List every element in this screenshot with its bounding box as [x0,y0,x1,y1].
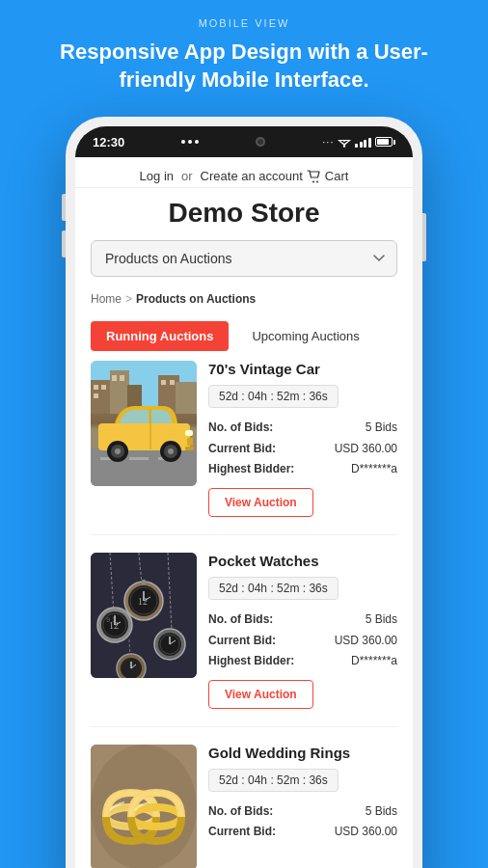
bidder-value-vintage-car: D*******a [351,459,397,480]
battery-icon [375,137,395,147]
bidder-label-pocket-watches: Highest Bidder: [208,651,294,672]
view-auction-button-pocket-watches[interactable]: View Auction [208,680,313,709]
bids-value-pocket-watches: 5 Bids [366,610,397,631]
notch-area [181,140,199,144]
bids-label-vintage-car: No. of Bids: [208,418,273,439]
or-text: or [181,169,193,183]
product-name-gold-rings: Gold Wedding Rings [208,745,397,761]
view-auction-button-vintage-car[interactable]: View Auction [208,488,313,517]
tabs-row: Running Auctions Upcoming Auctions [75,313,413,361]
product-image-pocket-watches: 12 3 9 12 [91,553,197,678]
svg-point-3 [343,145,345,147]
status-icons: ··· [322,136,395,148]
product-card-pocket-watches: 12 3 9 12 [91,553,397,727]
gold-rings-svg [91,745,197,868]
bids-value-gold-rings: 5 Bids [366,801,397,823]
product-card-gold-rings: Gold Wedding Rings 52d : 04h : 52m : 36s… [91,745,397,868]
vintage-car-svg [91,361,197,486]
bid-row-gold-rings: Current Bid: USD 360.00 [208,822,397,843]
product-card-vintage-car: 70's Vintage Car 52d : 04h : 52m : 36s N… [91,361,397,535]
bids-row-vintage-car: No. of Bids: 5 Bids [208,418,397,439]
timer-badge-vintage-car: 52d : 04h : 52m : 36s [208,385,339,408]
category-dropdown[interactable]: Products on Auctions [91,240,397,277]
svg-rect-16 [120,375,124,381]
app-content: Log in or Create an account Cart Demo St… [75,157,413,868]
bidder-row-pocket-watches: Highest Bidder: D*******a [208,651,397,672]
cart-wrapper[interactable]: Cart [307,169,349,183]
svg-rect-13 [101,385,106,390]
bid-value-vintage-car: USD 360.00 [335,439,397,460]
svg-point-31 [168,448,174,454]
bid-label-vintage-car: Current Bid: [208,439,276,460]
bidder-label-vintage-car: Highest Bidder: [208,459,294,480]
ellipsis-icon: ··· [322,136,334,148]
mobile-view-label: MOBILE VIEW [199,17,290,29]
volume-up-button[interactable] [62,194,66,221]
phone-frame: 12:30 ··· [66,117,422,868]
cart-icon [307,170,322,183]
product-info-gold-rings: Gold Wedding Rings 52d : 04h : 52m : 36s… [208,745,397,868]
create-account-link[interactable]: Create an account [201,169,303,183]
camera-dot [256,137,265,147]
wifi-icon [338,136,351,148]
phone-inner: 12:30 ··· [75,126,413,868]
tab-running-auctions[interactable]: Running Auctions [91,321,229,351]
product-name-pocket-watches: Pocket Watches [208,553,397,569]
store-title: Demo Store [75,188,413,240]
bids-row-gold-rings: No. of Bids: 5 Bids [208,801,397,823]
product-details-pocket-watches: No. of Bids: 5 Bids Current Bid: USD 360… [208,610,397,672]
volume-down-button[interactable] [62,231,66,258]
signal-icon [355,136,371,148]
svg-rect-18 [170,380,175,385]
svg-rect-22 [129,457,149,460]
svg-point-4 [312,180,314,182]
product-details-gold-rings: No. of Bids: 5 Bids Current Bid: USD 360… [208,801,397,843]
headline: Responsive App Design with a User-friend… [0,39,488,94]
tab-upcoming-auctions[interactable]: Upcoming Auctions [236,321,374,351]
breadcrumb-current: Products on Auctions [136,292,256,306]
bidder-row-vintage-car: Highest Bidder: D*******a [208,459,397,480]
breadcrumb: Home > Products on Auctions [75,286,413,313]
bid-row-pocket-watches: Current Bid: USD 360.00 [208,631,397,652]
svg-rect-34 [185,447,194,450]
svg-text:12: 12 [138,596,148,607]
bid-value-gold-rings: USD 360.00 [335,822,397,843]
power-button[interactable] [422,213,426,261]
cart-label: Cart [325,169,349,183]
bids-label-gold-rings: No. of Bids: [208,801,273,823]
breadcrumb-home[interactable]: Home [91,292,122,306]
product-info-vintage-car: 70's Vintage Car 52d : 04h : 52m : 36s N… [208,361,397,517]
product-image-gold-rings [91,745,197,868]
pocket-watches-svg: 12 3 9 12 [91,553,197,678]
svg-rect-12 [94,385,98,390]
svg-rect-14 [94,393,98,398]
bid-label-gold-rings: Current Bid: [208,822,276,843]
svg-text:9: 9 [106,615,111,624]
status-bar: 12:30 ··· [75,126,413,157]
product-image-vintage-car [91,361,197,486]
svg-point-5 [316,180,318,182]
bids-row-pocket-watches: No. of Bids: 5 Bids [208,610,397,631]
svg-rect-17 [161,380,166,385]
products-list: 70's Vintage Car 52d : 04h : 52m : 36s N… [75,361,413,868]
bidder-value-pocket-watches: D*******a [351,651,397,672]
svg-rect-32 [185,430,193,436]
breadcrumb-separator: > [125,292,132,306]
bid-label-pocket-watches: Current Bid: [208,631,276,652]
timer-badge-gold-rings: 52d : 04h : 52m : 36s [208,769,339,792]
bids-value-vintage-car: 5 Bids [366,418,397,439]
product-details-vintage-car: No. of Bids: 5 Bids Current Bid: USD 360… [208,418,397,480]
notch-dot-3 [195,140,199,144]
svg-rect-33 [187,438,193,446]
svg-point-28 [115,448,121,454]
timer-badge-pocket-watches: 52d : 04h : 52m : 36s [208,577,339,600]
svg-rect-52 [142,580,146,584]
notch-dot-2 [188,140,192,144]
bid-value-pocket-watches: USD 360.00 [335,631,397,652]
svg-rect-11 [176,382,197,414]
status-time: 12:30 [93,135,124,149]
notch-dot-1 [181,140,185,144]
svg-rect-15 [112,375,117,381]
dropdown-wrapper: Products on Auctions [75,240,413,286]
login-link[interactable]: Log in [140,169,174,183]
